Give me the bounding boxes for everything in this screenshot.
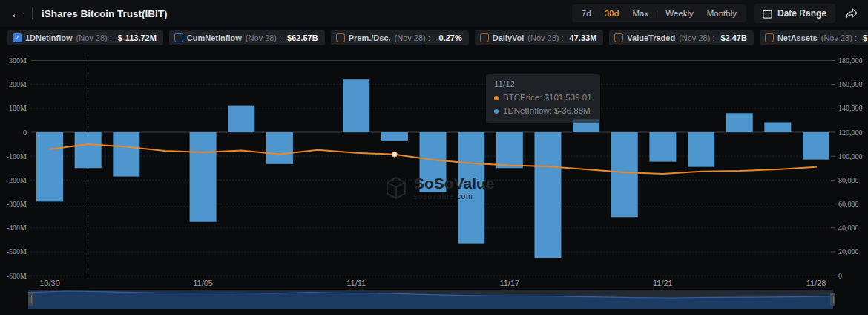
period-tab-monthly[interactable]: Monthly [700, 7, 743, 20]
stat-date: (Nov 28) : [395, 33, 430, 42]
y-axis-right-tick: 180,000 [838, 56, 863, 65]
stat-label: CumNetInflow [187, 33, 242, 42]
page-title: iShares Bitcoin Trust(IBIT) [42, 8, 168, 19]
stat-chip-netassets[interactable]: NetAssets(Nov 28) :$70.73B [760, 30, 868, 45]
netinflow-bar[interactable] [688, 132, 714, 167]
stat-date: (Nov 28) : [246, 33, 281, 42]
stat-value: $-113.72M [118, 33, 157, 42]
netinflow-bar[interactable] [573, 119, 599, 132]
chart-svg: 300M180,000200M160,000100M140,0000120,00… [0, 52, 868, 291]
netinflow-bar[interactable] [496, 132, 523, 168]
period-tab-max[interactable]: Max [625, 7, 655, 20]
checkbox-1dnetinflow[interactable]: ✓ [13, 33, 22, 42]
stat-chip-dailyvol[interactable]: DailyVol(Nov 28) :47.33M [475, 30, 604, 45]
y-axis-right-tick: 80,000 [838, 176, 859, 184]
period-tab-7d[interactable]: 7d [575, 7, 598, 20]
netinflow-bar[interactable] [803, 132, 829, 160]
netinflow-bar[interactable] [266, 132, 293, 164]
stat-value: -0.27% [436, 33, 462, 42]
stat-label: ValueTraded [627, 33, 675, 42]
y-axis-right-tick: 120,000 [838, 129, 863, 137]
stat-date: (Nov 28) : [821, 33, 857, 42]
period-tab-weekly[interactable]: Weekly [659, 7, 700, 20]
netinflow-bar[interactable] [190, 132, 217, 222]
y-axis-left-tick: 100M [9, 104, 27, 112]
netinflow-bar[interactable] [36, 132, 63, 201]
y-axis-left-tick: -400M [7, 224, 27, 232]
y-axis-right-tick: 20,000 [838, 247, 859, 256]
netinflow-bar[interactable] [381, 132, 408, 141]
y-axis-left-tick: -600M [7, 272, 27, 280]
netinflow-bar[interactable] [343, 79, 369, 132]
y-axis-right-tick: 160,000 [838, 80, 863, 88]
x-axis-tick: 11/28 [806, 279, 826, 288]
stat-value: $2.47B [720, 33, 746, 42]
period-group: 7d30dMax|WeeklyMonthly [572, 4, 746, 22]
stat-chip-cumnetinflow[interactable]: CumNetInflow(Nov 28) :$62.57B [169, 30, 325, 45]
checkbox-dailyvol[interactable] [480, 33, 489, 42]
y-axis-left-tick: -200M [7, 176, 27, 184]
y-axis-right-tick: 140,000 [838, 104, 863, 112]
x-axis-tick: 10/30 [39, 279, 60, 288]
stat-value: 47.33M [570, 33, 597, 42]
netinflow-bar[interactable] [113, 132, 139, 177]
netinflow-bar[interactable] [764, 122, 791, 132]
x-axis-tick: 11/21 [653, 279, 673, 288]
netinflow-bar[interactable] [726, 113, 753, 132]
header-divider [32, 7, 33, 19]
x-axis-tick: 11/11 [346, 279, 366, 288]
share-icon[interactable] [846, 8, 858, 19]
y-axis-right-tick: 60,000 [838, 200, 859, 208]
netinflow-bar[interactable] [649, 132, 676, 162]
netinflow-bar[interactable] [611, 132, 638, 217]
stat-label: DailyVol [493, 33, 525, 42]
y-axis-left-tick: 200M [9, 80, 27, 88]
stat-label: 1DNetInflow [25, 33, 73, 42]
stat-value: $70.73B [863, 33, 868, 42]
y-axis-right-tick: 100,000 [838, 152, 863, 160]
range-handle-left[interactable] [28, 293, 33, 306]
range-slider[interactable] [28, 290, 838, 309]
y-axis-left-tick: -100M [7, 152, 27, 160]
stat-label: NetAssets [777, 33, 818, 42]
stat-date: (Nov 28) : [527, 33, 563, 42]
chart-area: 300M180,000200M160,000100M140,0000120,00… [0, 52, 868, 291]
y-axis-right-tick: 0 [838, 272, 842, 280]
stat-date: (Nov 28) : [76, 33, 112, 42]
netinflow-bar[interactable] [534, 132, 561, 258]
date-range-button[interactable]: Date Range [754, 4, 835, 23]
y-axis-left-tick: -300M [7, 200, 27, 208]
x-axis-tick: 11/17 [499, 279, 519, 288]
y-axis-left-tick: -500M [7, 247, 27, 256]
stat-value: $62.57B [287, 33, 318, 42]
back-icon[interactable]: ← [10, 7, 23, 20]
stat-chip-prem-dsc[interactable]: Prem./Dsc.(Nov 28) :-0.27% [331, 30, 469, 45]
netinflow-bar[interactable] [458, 132, 484, 244]
netinflow-bar[interactable] [75, 132, 102, 168]
checkbox-prem-dsc[interactable] [336, 33, 345, 42]
checkbox-netassets[interactable] [765, 33, 774, 42]
y-axis-left-tick: 0 [23, 129, 27, 137]
date-range-label: Date Range [777, 8, 826, 19]
range-slider-svg [28, 290, 838, 309]
calendar-icon [763, 9, 772, 19]
stat-date: (Nov 28) : [679, 33, 714, 42]
y-axis-right-tick: 40,000 [838, 224, 859, 232]
stat-label: Prem./Dsc. [349, 33, 391, 42]
header: ← iShares Bitcoin Trust(IBIT) 7d30dMax|W… [0, 0, 868, 27]
netinflow-bar[interactable] [228, 106, 254, 132]
checkbox-valuetraded[interactable] [614, 33, 623, 42]
hover-point [392, 152, 397, 157]
stat-chip-1dnetinflow[interactable]: ✓1DNetInflow(Nov 28) :$-113.72M [7, 30, 163, 45]
checkbox-cumnetinflow[interactable] [174, 33, 183, 42]
stat-chip-valuetraded[interactable]: ValueTraded(Nov 28) :$2.47B [609, 30, 754, 45]
range-handle-right[interactable] [830, 293, 835, 306]
x-axis-tick: 11/05 [193, 279, 213, 288]
netinflow-bar[interactable] [420, 132, 447, 192]
stats-row: ✓1DNetInflow(Nov 28) :$-113.72MCumNetInf… [7, 30, 868, 45]
y-axis-left-tick: 300M [9, 56, 27, 65]
period-tab-30d[interactable]: 30d [598, 7, 626, 20]
